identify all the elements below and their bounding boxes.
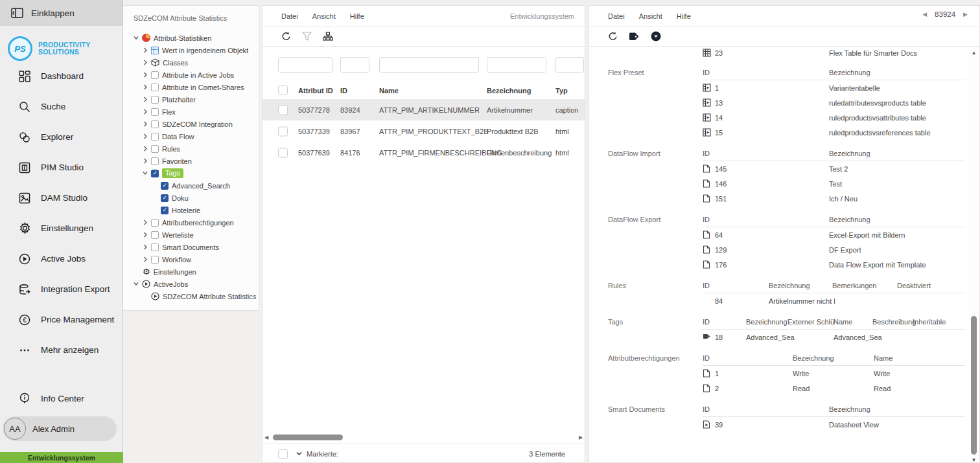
tree-item-rules[interactable]: Rules xyxy=(143,142,259,155)
chevron-down-icon[interactable] xyxy=(143,170,148,176)
tree-item-tags[interactable]: Tags xyxy=(143,167,259,179)
detail-row[interactable]: 84 Artikelnummer nicht l xyxy=(703,293,965,308)
tree-item-einstellungen[interactable]: ⚙ Einstellungen xyxy=(143,265,259,278)
tree-item-favoriten[interactable]: Favoriten xyxy=(143,155,259,167)
filter-input-typ[interactable] xyxy=(555,57,584,73)
collapse-sidebar-button[interactable]: Einklappen xyxy=(0,0,122,26)
tree-item-doku[interactable]: Doku xyxy=(161,192,259,204)
pager-next-icon[interactable]: ▶ xyxy=(963,11,968,17)
row-checkbox[interactable] xyxy=(278,148,288,157)
chevron-right-icon[interactable] xyxy=(143,47,148,53)
chevron-right-icon[interactable] xyxy=(143,244,148,250)
vertical-scrollbar[interactable]: ▲ ▼ xyxy=(969,47,979,462)
detail-row[interactable]: 146 Test xyxy=(703,176,965,191)
chevron-right-icon[interactable] xyxy=(143,146,148,152)
chevron-down-icon[interactable] xyxy=(296,451,302,456)
scroll-down-icon[interactable]: ▼ xyxy=(969,457,979,463)
checkbox-unchecked[interactable] xyxy=(151,133,159,141)
sidebar-item-einstellungen[interactable]: Einstellungen xyxy=(0,213,122,243)
chevron-right-icon[interactable] xyxy=(143,220,148,225)
sidebar-item-pim-studio[interactable]: PIM Studio xyxy=(0,152,122,183)
detail-row[interactable]: 14 ruledproductsvsattributes table xyxy=(703,110,965,125)
chevron-right-icon[interactable] xyxy=(143,109,148,115)
table-row[interactable]: 50377278 83924 ATTR_PIM_ARTIKELNUMMER Ar… xyxy=(262,99,585,120)
tree-item-smart-documents[interactable]: Smart Documents xyxy=(143,241,259,253)
detail-row[interactable]: 13 ruledattributesvsproducts table xyxy=(703,95,965,110)
column-header-bezeichnung[interactable]: Bezeichnung xyxy=(487,87,531,95)
tree-item-hotelerie[interactable]: Hotelerie xyxy=(161,204,259,216)
horizontal-scrollbar[interactable]: ◀ ▶ xyxy=(262,432,585,442)
checkbox-unchecked[interactable] xyxy=(151,108,159,116)
scrollbar-track[interactable] xyxy=(270,435,577,440)
menu-datei[interactable]: Datei xyxy=(281,12,298,20)
table-row[interactable]: 50377639 84176 ATTR_PIM_FIRMENBESCHREIBU… xyxy=(262,142,585,163)
sidebar-item-integration-export[interactable]: Integration Export xyxy=(0,274,122,304)
checkbox-checked[interactable] xyxy=(151,170,159,177)
tree-item-attributberechtigungen[interactable]: Attributberechtigungen xyxy=(143,216,259,229)
tree-item-data-flow[interactable]: Data Flow xyxy=(143,130,259,142)
filter-input-bezeichnung[interactable] xyxy=(487,57,546,73)
menu-hilfe[interactable]: Hilfe xyxy=(677,12,691,20)
sidebar-item-explorer[interactable]: Explorer xyxy=(0,122,122,152)
tree-item-werteliste[interactable]: Werteliste xyxy=(143,229,259,241)
tree-item-platzhalter[interactable]: Platzhalter xyxy=(143,93,259,106)
tree-item-activejobs[interactable]: ActiveJobs xyxy=(134,278,259,290)
filter-input-id[interactable] xyxy=(340,57,369,73)
checkbox-checked[interactable] xyxy=(161,182,169,190)
sidebar-item-dashboard[interactable]: Dashboard xyxy=(0,61,122,91)
sidebar-item-suche[interactable]: Suche xyxy=(0,91,122,122)
filter-input-attribut-id[interactable] xyxy=(278,57,332,73)
checkbox-unchecked[interactable] xyxy=(151,231,159,239)
detail-row[interactable]: 15 ruledproductsvsreferences table xyxy=(703,125,965,140)
sidebar-item-active-jobs[interactable]: Active Jobs xyxy=(0,243,122,274)
chevron-right-icon[interactable] xyxy=(143,158,148,164)
filter-button[interactable] xyxy=(302,32,312,41)
detail-row[interactable]: 1 Variantentabelle xyxy=(703,80,965,95)
checkbox-unchecked[interactable] xyxy=(151,71,159,79)
tree-item-flex[interactable]: Flex xyxy=(143,106,259,118)
tree-item-workflow[interactable]: Workflow xyxy=(143,253,259,265)
scroll-left-icon[interactable]: ◀ xyxy=(262,435,270,440)
detail-row[interactable]: 145 Test 2 xyxy=(703,161,965,176)
user-menu[interactable]: AA Alex Admin xyxy=(3,416,117,441)
chevron-right-icon[interactable] xyxy=(143,72,148,78)
tag-button[interactable] xyxy=(629,32,640,41)
chevron-right-icon[interactable] xyxy=(143,60,148,65)
checkbox-unchecked[interactable] xyxy=(151,120,159,128)
detail-row[interactable]: 64 Excel-Export mit Bildern xyxy=(703,227,965,242)
tree-item-attribut-statistiken[interactable]: Attribut-Statistiken xyxy=(134,32,259,44)
menu-ansicht[interactable]: Ansicht xyxy=(639,12,662,20)
sidebar-item-price-management[interactable]: € Price Management xyxy=(0,304,122,335)
column-header-name[interactable]: Name xyxy=(379,87,399,95)
tree-item-sdzecom-attribute-statistics[interactable]: SDZeCOM Attribute Statistics xyxy=(151,290,259,302)
checkbox-unchecked[interactable] xyxy=(151,145,159,153)
checkbox-unchecked[interactable] xyxy=(151,243,159,251)
sidebar-item-info-center[interactable]: Info Center xyxy=(0,383,122,414)
checkbox-unchecked[interactable] xyxy=(151,219,159,227)
filter-input-name[interactable] xyxy=(379,57,479,73)
refresh-button[interactable] xyxy=(608,32,618,41)
menu-datei[interactable]: Datei xyxy=(608,12,625,20)
tree-item-attribute-in-comet-shares[interactable]: Attribute in Comet-Shares xyxy=(143,81,259,93)
detail-row[interactable]: 176 Data Flow Export mit Template xyxy=(703,257,965,272)
select-all-checkbox[interactable] xyxy=(278,85,288,95)
checkbox-unchecked[interactable] xyxy=(151,256,159,264)
detail-row[interactable]: 23 Flex Table für Smarter Docs xyxy=(703,47,965,59)
tree-item-sdzecom-integration[interactable]: SDZeCOM Integration xyxy=(143,118,259,130)
sidebar-item-dam-studio[interactable]: DAM Studio xyxy=(0,183,122,213)
chevron-right-icon[interactable] xyxy=(143,84,148,90)
detail-row[interactable]: 129 DF Export xyxy=(703,242,965,257)
detail-row[interactable]: 1 Write Write xyxy=(703,366,965,381)
checkbox-checked[interactable] xyxy=(161,207,169,214)
hierarchy-button[interactable] xyxy=(323,32,333,41)
chevron-right-icon[interactable] xyxy=(143,256,148,262)
detail-row[interactable]: 18 Advanced_Sea Advanced_Sea xyxy=(703,330,965,344)
chevron-right-icon[interactable] xyxy=(143,133,148,139)
scrollbar-thumb[interactable] xyxy=(971,316,977,455)
refresh-button[interactable] xyxy=(281,32,291,41)
table-row[interactable]: 50377339 83967 ATTR_PIM_PRODUKTTEXT_B2B … xyxy=(262,120,585,142)
checkbox-unchecked[interactable] xyxy=(151,84,159,91)
marked-label[interactable]: Markierte: xyxy=(307,450,338,458)
checkbox-unchecked[interactable] xyxy=(151,157,159,165)
chevron-right-icon[interactable] xyxy=(143,96,148,102)
